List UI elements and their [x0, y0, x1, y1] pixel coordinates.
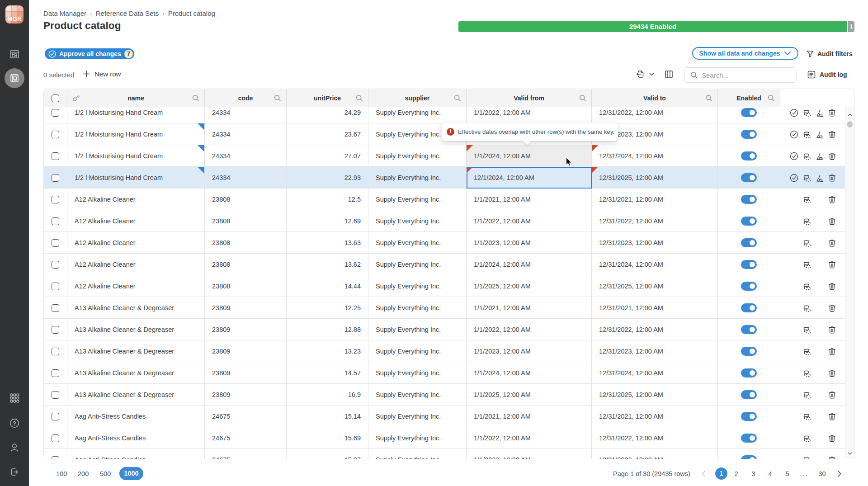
svg-text:MGR: MGR	[7, 15, 22, 22]
svg-text:?: ?	[13, 420, 16, 427]
